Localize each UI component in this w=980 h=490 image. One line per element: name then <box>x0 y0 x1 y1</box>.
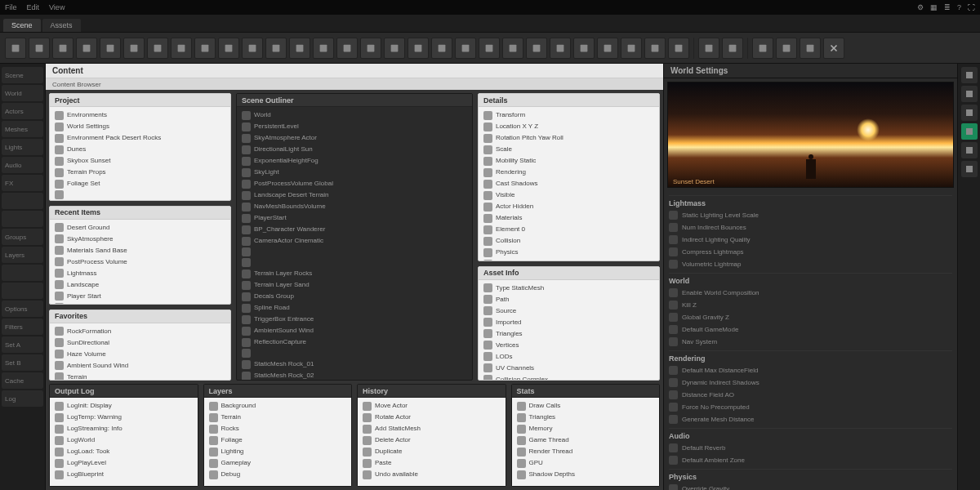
property-row[interactable]: Num Indirect Bounces <box>669 221 952 234</box>
grid-icon[interactable]: ▦ <box>930 3 938 11</box>
brush-tool[interactable] <box>100 38 121 59</box>
new-tool[interactable] <box>800 38 821 59</box>
layer-tool[interactable] <box>621 38 642 59</box>
rotate-tool[interactable] <box>52 38 74 59</box>
property-row[interactable]: Static Lighting Level Scale <box>669 209 952 221</box>
log-item[interactable]: Debug <box>207 469 349 480</box>
sidebar-item-5[interactable]: Audio <box>2 157 43 173</box>
open-tool[interactable] <box>776 38 797 59</box>
outliner-row[interactable]: SkyAtmosphere Actor <box>240 132 469 144</box>
menu-edit[interactable]: Edit <box>27 3 40 11</box>
log-item[interactable]: Rocks <box>207 423 349 434</box>
sidebar-item-7[interactable] <box>2 193 43 209</box>
group-tool[interactable] <box>573 38 595 59</box>
settings-icon[interactable]: ⚙ <box>917 3 924 11</box>
list-item[interactable]: Triangles <box>482 328 656 340</box>
log-item[interactable]: Draw Calls <box>515 400 657 412</box>
log-item[interactable]: LogStreaming: Info <box>53 423 194 434</box>
measure-tool[interactable] <box>360 38 381 59</box>
outliner-row[interactable]: BP_Character Wanderer <box>240 224 469 235</box>
snap-tool[interactable] <box>336 38 358 59</box>
outliner-row[interactable]: ExponentialHeightFog <box>240 155 469 167</box>
log-item[interactable]: LogWorld <box>53 434 194 446</box>
list-item[interactable]: Imported <box>482 317 656 328</box>
property-row[interactable]: Default Max DistanceField <box>669 364 952 376</box>
layers-icon[interactable]: ≣ <box>944 3 951 11</box>
save-tool[interactable] <box>752 38 773 59</box>
paint-tool[interactable] <box>123 38 145 59</box>
help-icon[interactable]: ? <box>957 3 961 11</box>
outliner-row[interactable]: NavMeshBoundsVolume <box>240 201 469 212</box>
list-item[interactable]: Environments <box>53 109 227 121</box>
list-item[interactable]: SkyAtmosphere <box>53 234 227 245</box>
log-item[interactable]: Paste <box>361 457 502 469</box>
list-item[interactable]: Environment Pack Desert Rocks <box>53 132 227 144</box>
list-item[interactable]: Landscape <box>53 279 227 291</box>
property-row[interactable]: Compress Lightmaps <box>669 246 952 258</box>
camera-tool[interactable] <box>479 38 500 59</box>
log-item[interactable]: Gameplay <box>207 457 349 469</box>
sidebar-item-6[interactable]: FX <box>2 175 43 191</box>
property-row[interactable]: Default Ambient Zone <box>669 454 952 466</box>
list-item[interactable]: Path <box>482 294 656 305</box>
list-item[interactable]: Collision Complex <box>482 374 656 380</box>
property-row[interactable]: Generate Mesh Distance <box>669 413 952 425</box>
list-item[interactable]: LODs <box>482 351 656 363</box>
outliner-row[interactable]: PersistentLevel <box>240 121 469 132</box>
list-item[interactable]: UV Channels <box>482 363 656 374</box>
volume-tool[interactable] <box>408 38 429 59</box>
preset-tool[interactable] <box>668 38 689 59</box>
list-item[interactable]: Player Start <box>53 291 227 302</box>
list-item[interactable]: Lighting <box>482 258 656 261</box>
list-item[interactable]: Haze Volume <box>53 349 227 360</box>
tag-tool[interactable] <box>597 38 618 59</box>
sidebar-item-2[interactable]: Actors <box>2 103 43 119</box>
outliner-row[interactable] <box>240 348 469 359</box>
outliner-row[interactable]: Terrain Layer Sand <box>240 279 469 291</box>
outliner-row[interactable]: PostProcessVolume Global <box>240 178 469 189</box>
sidebar-item-9[interactable]: Groups <box>2 229 43 245</box>
audio-tool[interactable] <box>455 38 476 59</box>
outliner-row[interactable]: Terrain Layer Rocks <box>240 268 469 279</box>
list-item[interactable]: Rendering <box>482 167 656 178</box>
list-item[interactable]: Scale <box>482 144 656 155</box>
path-tool[interactable] <box>526 38 547 59</box>
particles-tool[interactable] <box>431 38 452 59</box>
sidebar-item-4[interactable]: Lights <box>2 139 43 155</box>
outliner-row[interactable]: StaticMesh Rock_02 <box>240 370 469 380</box>
property-row[interactable]: Nav System <box>669 336 952 348</box>
list-item[interactable]: World Settings <box>53 121 227 132</box>
list-item[interactable]: Lightmass <box>53 268 227 279</box>
log-item[interactable]: Add StaticMesh <box>361 423 502 434</box>
log-item[interactable]: Game Thread <box>515 434 657 446</box>
undo-tool[interactable] <box>698 38 719 59</box>
property-row[interactable]: Dynamic Indirect Shadows <box>669 376 952 389</box>
list-item[interactable]: Location X Y Z <box>482 121 656 132</box>
log-item[interactable]: Delete Actor <box>361 434 502 446</box>
list-item[interactable]: Mobility Static <box>482 155 656 167</box>
log-item[interactable]: Undo available <box>361 469 502 480</box>
menu-view[interactable]: View <box>49 3 65 11</box>
log-item[interactable]: Rotate Actor <box>361 412 502 423</box>
sidebar-item-17[interactable]: Cache <box>2 372 43 389</box>
list-item[interactable]: Ambient Sound Wind <box>53 360 227 372</box>
outliner-row[interactable]: StaticMesh Rock_01 <box>240 359 469 370</box>
list-item[interactable]: Actor Hidden <box>482 201 656 212</box>
log-item[interactable]: Shadow Depths <box>515 469 657 480</box>
log-item[interactable]: Foliage <box>207 434 349 446</box>
list-item[interactable]: Transform <box>482 109 656 121</box>
accent-play-button[interactable] <box>961 123 978 140</box>
outliner-row[interactable]: DirectionalLight Sun <box>240 144 469 155</box>
list-item[interactable]: Skybox Sunset <box>53 155 227 167</box>
log-item[interactable]: LogPlayLevel <box>53 457 194 469</box>
move-tool[interactable] <box>29 38 50 59</box>
sidebar-item-15[interactable]: Set A <box>2 336 43 353</box>
list-item[interactable]: Rotation Pitch Yaw Roll <box>482 132 656 144</box>
property-row[interactable]: Default Reverb <box>669 442 952 454</box>
redo-tool[interactable] <box>722 38 743 59</box>
list-item[interactable]: Materials <box>482 212 656 224</box>
pick-tool[interactable] <box>218 38 239 59</box>
tab-assets[interactable]: Assets <box>42 19 81 32</box>
list-item[interactable]: Physics <box>482 247 656 258</box>
sidebar-item-8[interactable] <box>2 211 43 227</box>
